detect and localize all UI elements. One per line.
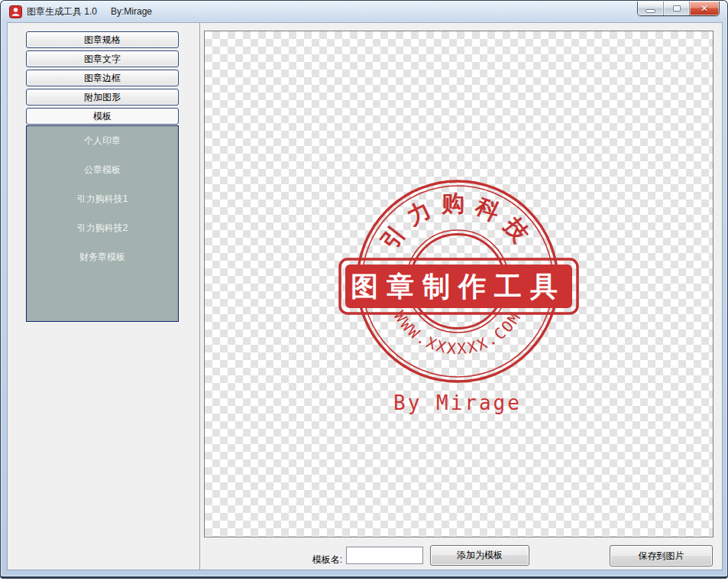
template-item-official-seal[interactable]: 公章模板 — [27, 155, 178, 184]
window-title: 图章生成工具 1.0By:Mirage — [27, 1, 152, 23]
template-name-label: 模板名: — [303, 550, 342, 569]
minimize-icon — [645, 9, 655, 13]
window-controls: ✕ — [637, 2, 720, 16]
save-image-button[interactable]: 保存到图片 — [610, 545, 713, 566]
window-author: By:Mirage — [111, 6, 152, 17]
template-item-yinligou-tech2[interactable]: 引力购科技2 — [27, 213, 178, 242]
panel-divider — [199, 23, 200, 570]
nav-button-stamp-text[interactable]: 图章文字 — [26, 50, 179, 67]
stamp-preview: 引力购科技 WWW.XXXXXX.COM 图章制作工具 By Mirage — [329, 169, 589, 421]
maximize-icon — [673, 5, 681, 11]
close-button[interactable]: ✕ — [690, 2, 719, 15]
client-area: 图章规格 图章文字 图章边框 附加图形 模板 个人印章 公章模板 引力购科技1 … — [8, 23, 722, 570]
nav-button-stamp-spec[interactable]: 图章规格 — [26, 31, 179, 48]
template-list-panel: 个人印章 公章模板 引力购科技1 引力购科技2 财务章模板 — [26, 125, 179, 322]
nav-button-templates[interactable]: 模板 — [26, 108, 179, 125]
stamp-preview-canvas: 引力购科技 WWW.XXXXXX.COM 图章制作工具 By Mirage — [204, 31, 713, 537]
stamp-byline-text: By Mirage — [393, 391, 522, 414]
nav-button-stamp-border[interactable]: 图章边框 — [26, 70, 179, 86]
add-template-button[interactable]: 添加为模板 — [430, 545, 529, 566]
maximize-button[interactable] — [664, 2, 690, 15]
minimize-button[interactable] — [638, 2, 664, 15]
template-item-personal-seal[interactable]: 个人印章 — [27, 126, 178, 155]
titlebar[interactable]: 图章生成工具 1.0By:Mirage ✕ — [1, 1, 727, 23]
close-icon: ✕ — [700, 4, 708, 13]
app-icon — [9, 5, 22, 18]
template-item-finance-seal[interactable]: 财务章模板 — [27, 242, 178, 271]
template-name-input[interactable] — [346, 547, 423, 564]
stamp-banner-text: 图章制作工具 — [351, 271, 566, 302]
template-item-yinligou-tech1[interactable]: 引力购科技1 — [27, 184, 178, 213]
nav-button-extra-shape[interactable]: 附加图形 — [26, 89, 179, 105]
app-window: 图章生成工具 1.0By:Mirage ✕ 图章规格 图章文字 图章边框 附加图… — [0, 0, 728, 579]
